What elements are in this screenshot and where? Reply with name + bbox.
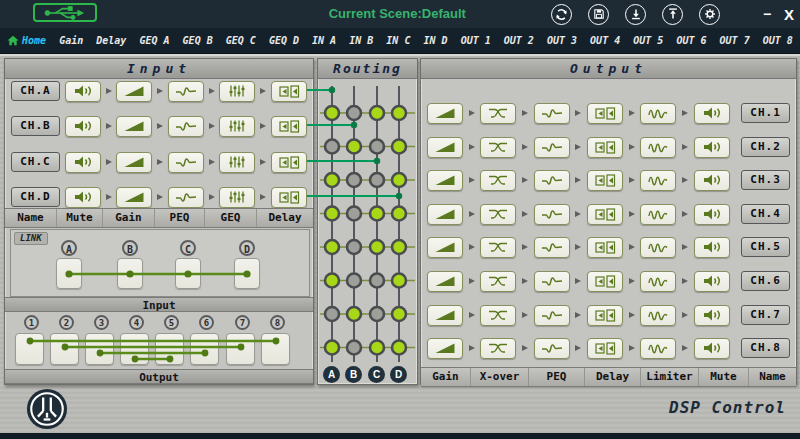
link-button-2[interactable] xyxy=(50,333,79,365)
routing-node-r7c1[interactable] xyxy=(325,307,339,321)
delay-button[interactable] xyxy=(271,152,307,173)
geq-button[interactable] xyxy=(219,152,255,173)
xover-button[interactable] xyxy=(480,271,516,292)
delay-button[interactable] xyxy=(271,81,307,102)
limiter-button[interactable] xyxy=(640,305,676,326)
download-button[interactable] xyxy=(625,4,646,25)
limiter-button[interactable] xyxy=(640,103,676,124)
peq-button[interactable] xyxy=(534,237,570,258)
limiter-button[interactable] xyxy=(640,271,676,292)
routing-node-r8c1[interactable] xyxy=(325,341,339,355)
tab-out-8[interactable]: OUT 8 xyxy=(762,33,794,48)
routing-node-r8c4[interactable] xyxy=(392,341,406,355)
gain-button[interactable] xyxy=(116,152,152,173)
delay-button[interactable] xyxy=(587,170,623,191)
link-button-5[interactable] xyxy=(155,333,184,365)
link-button-d[interactable] xyxy=(234,258,260,289)
xover-button[interactable] xyxy=(480,137,516,158)
routing-node-r7c2[interactable] xyxy=(347,307,361,321)
tab-delay[interactable]: Delay xyxy=(95,33,127,48)
peq-button[interactable] xyxy=(168,116,204,137)
mute-button[interactable] xyxy=(65,187,101,208)
routing-node-r4c4[interactable] xyxy=(392,207,406,221)
tab-out-2[interactable]: OUT 2 xyxy=(503,33,535,48)
xover-button[interactable] xyxy=(480,204,516,225)
geq-button[interactable] xyxy=(219,81,255,102)
limiter-button[interactable] xyxy=(640,237,676,258)
upload-button[interactable] xyxy=(662,4,683,25)
delay-button[interactable] xyxy=(587,271,623,292)
gain-button[interactable] xyxy=(427,305,463,326)
output-channel-label[interactable]: CH.1 xyxy=(741,103,790,123)
peq-button[interactable] xyxy=(534,103,570,124)
tab-geq-d[interactable]: GEQ D xyxy=(268,33,300,48)
output-channel-label[interactable]: CH.4 xyxy=(741,204,790,224)
tab-out-1[interactable]: OUT 1 xyxy=(460,33,492,48)
output-channel-label[interactable]: CH.8 xyxy=(741,338,790,358)
tab-gain[interactable]: Gain xyxy=(58,33,84,48)
routing-node-r8c2[interactable] xyxy=(347,341,361,355)
link-button-6[interactable] xyxy=(190,333,219,365)
output-channel-label[interactable]: CH.6 xyxy=(741,271,790,291)
routing-node-r2c2[interactable] xyxy=(347,140,361,154)
tab-in-a[interactable]: IN A xyxy=(311,33,337,48)
usb-connection-button[interactable] xyxy=(33,3,97,22)
mute-button[interactable] xyxy=(694,204,730,225)
xover-button[interactable] xyxy=(480,237,516,258)
routing-node-r5c2[interactable] xyxy=(347,240,361,254)
mute-button[interactable] xyxy=(694,137,730,158)
gain-button[interactable] xyxy=(427,103,463,124)
gain-button[interactable] xyxy=(427,204,463,225)
tab-out-7[interactable]: OUT 7 xyxy=(719,33,751,48)
routing-node-r6c3[interactable] xyxy=(370,274,384,288)
routing-node-r3c4[interactable] xyxy=(392,173,406,187)
gain-button[interactable] xyxy=(427,338,463,359)
output-channel-label[interactable]: CH.2 xyxy=(741,137,790,157)
mute-button[interactable] xyxy=(65,81,101,102)
gain-button[interactable] xyxy=(427,237,463,258)
peq-button[interactable] xyxy=(534,170,570,191)
routing-node-r2c1[interactable] xyxy=(325,140,339,154)
link-button-a[interactable] xyxy=(56,258,82,289)
limiter-button[interactable] xyxy=(640,338,676,359)
save-scene-button[interactable] xyxy=(588,4,609,25)
routing-node-r1c1[interactable] xyxy=(325,106,339,120)
peq-button[interactable] xyxy=(534,338,570,359)
routing-node-r4c1[interactable] xyxy=(325,207,339,221)
input-channel-label[interactable]: CH.A xyxy=(11,81,60,101)
delay-button[interactable] xyxy=(587,204,623,225)
minimize-button[interactable]: − xyxy=(757,0,777,28)
limiter-button[interactable] xyxy=(640,137,676,158)
xover-button[interactable] xyxy=(480,305,516,326)
routing-node-r3c3[interactable] xyxy=(370,173,384,187)
routing-node-r7c4[interactable] xyxy=(392,307,406,321)
gain-button[interactable] xyxy=(427,137,463,158)
gain-button[interactable] xyxy=(427,271,463,292)
tab-home[interactable]: Home xyxy=(6,33,47,48)
routing-node-r1c2[interactable] xyxy=(347,106,361,120)
tab-out-5[interactable]: OUT 5 xyxy=(632,33,664,48)
mute-button[interactable] xyxy=(694,338,730,359)
routing-node-r2c3[interactable] xyxy=(370,140,384,154)
settings-button[interactable] xyxy=(699,4,720,25)
output-channel-label[interactable]: CH.5 xyxy=(741,237,790,257)
mute-button[interactable] xyxy=(694,170,730,191)
tab-out-4[interactable]: OUT 4 xyxy=(589,33,621,48)
output-channel-label[interactable]: CH.3 xyxy=(741,170,790,190)
routing-node-r8c3[interactable] xyxy=(370,341,384,355)
tab-in-c[interactable]: IN C xyxy=(385,33,411,48)
peq-button[interactable] xyxy=(168,81,204,102)
mute-button[interactable] xyxy=(65,152,101,173)
routing-node-r6c4[interactable] xyxy=(392,274,406,288)
delay-button[interactable] xyxy=(271,187,307,208)
gain-button[interactable] xyxy=(116,81,152,102)
delay-button[interactable] xyxy=(587,305,623,326)
gain-button[interactable] xyxy=(116,116,152,137)
input-channel-label[interactable]: CH.C xyxy=(11,152,60,172)
link-button-8[interactable] xyxy=(261,333,290,365)
delay-button[interactable] xyxy=(587,103,623,124)
tab-out-6[interactable]: OUT 6 xyxy=(675,33,707,48)
refresh-button[interactable] xyxy=(551,4,572,25)
peq-button[interactable] xyxy=(534,271,570,292)
routing-node-r4c2[interactable] xyxy=(347,207,361,221)
